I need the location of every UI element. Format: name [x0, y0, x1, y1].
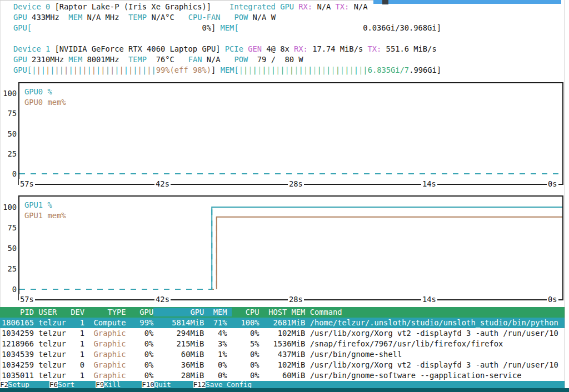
y-axis-tick: 0: [1, 284, 17, 295]
x-axis-tick: 28s: [288, 294, 304, 305]
process-row[interactable]: 1034259 telzur 0 Graphic 0% 36MiB 0% 0% …: [0, 360, 565, 370]
fkey-key: F6: [49, 381, 58, 388]
x-axis-tick: 28s: [288, 179, 304, 189]
y-axis-tick: 75: [1, 223, 17, 233]
x-axis-tick: 0s: [547, 294, 558, 305]
function-key-bar: F2SetupF6SortF9KillF10QuitF12Save Config: [0, 381, 565, 388]
y-axis-tick: 50: [1, 243, 17, 254]
y-axis-tick: 100: [1, 88, 17, 99]
fkey-kill[interactable]: F9Kill: [96, 381, 142, 388]
fkey-label: Save Config: [206, 381, 565, 388]
process-row[interactable]: 1806165 telzur 1 Compute 99% 5814MiB 71%…: [0, 318, 565, 328]
y-axis-tick: 100: [1, 202, 17, 213]
y-axis-tick: 75: [1, 108, 17, 119]
x-axis-tick: 57s: [19, 294, 35, 305]
x-axis-tick: 42s: [154, 179, 171, 189]
y-axis-tick: 0: [1, 169, 17, 179]
sort-column-highlight: GPU MEM: [153, 308, 232, 316]
fkey-key: F10: [142, 381, 154, 388]
fkey-label: Setup: [8, 381, 49, 388]
process-row[interactable]: 1034259 telzur 1 Graphic 0% 294MiB 4% 0%…: [0, 328, 565, 339]
legend-entry: GPU1 %: [24, 200, 66, 210]
fkey-sort[interactable]: F6Sort: [49, 381, 96, 388]
legend-entry: GPU0 mem%: [24, 97, 66, 108]
fkey-save-config[interactable]: F12Save Config: [193, 381, 565, 388]
x-axis-tick: 57s: [19, 179, 35, 189]
fkey-key: F12: [193, 381, 206, 388]
chart-gpu0: GPU0 %GPU0 mem%: [18, 82, 563, 185]
fkey-key: F2: [0, 381, 8, 388]
x-axis-tick: 42s: [154, 294, 171, 305]
y-axis-tick: 25: [1, 149, 17, 159]
table-header-row: PID USER DEV TYPE GPU GPU MEM CPU HOST M…: [0, 307, 565, 318]
process-row[interactable]: 1035011 telzur 1 Graphic 0% 28MiB 0% 0% …: [0, 370, 565, 381]
process-row[interactable]: 1034539 telzur 1 Graphic 0% 60MiB 1% 0% …: [0, 349, 565, 360]
window-top-border: [0, 0, 376, 1]
y-axis-tick: 25: [1, 264, 17, 274]
process-table: PID USER DEV TYPE GPU GPU MEM CPU HOST M…: [0, 307, 565, 381]
device-info-block: Device 0 [Raptor Lake-P (Iris Xe Graphic…: [13, 2, 441, 76]
fkey-key: F9: [96, 381, 104, 388]
x-axis-tick: 0s: [547, 179, 558, 189]
nvtop-terminal: Device 0 [Raptor Lake-P (Iris Xe Graphic…: [0, 0, 569, 392]
chart-legend: GPU0 %GPU0 mem%: [24, 87, 66, 108]
fkey-label: Quit: [154, 381, 193, 388]
legend-entry: GPU0 %: [24, 87, 66, 97]
fkey-setup[interactable]: F2Setup: [0, 381, 49, 388]
fkey-label: Sort: [58, 381, 96, 388]
fkey-quit[interactable]: F10Quit: [142, 381, 193, 388]
fkey-label: Kill: [104, 381, 142, 388]
process-row[interactable]: 1218966 telzur 1 Graphic 0% 215MiB 3% 5%…: [0, 339, 565, 349]
legend-entry: GPU1 mem%: [24, 210, 66, 221]
chart-legend: GPU1 %GPU1 mem%: [24, 200, 66, 221]
bottom-status-strip: [0, 388, 569, 392]
x-axis-tick: 14s: [421, 294, 437, 305]
x-axis-tick: 14s: [421, 179, 437, 189]
chart-gpu1: GPU1 %GPU1 mem%: [18, 195, 563, 300]
window-right-border: [565, 0, 565, 392]
y-axis-tick: 50: [1, 129, 17, 139]
